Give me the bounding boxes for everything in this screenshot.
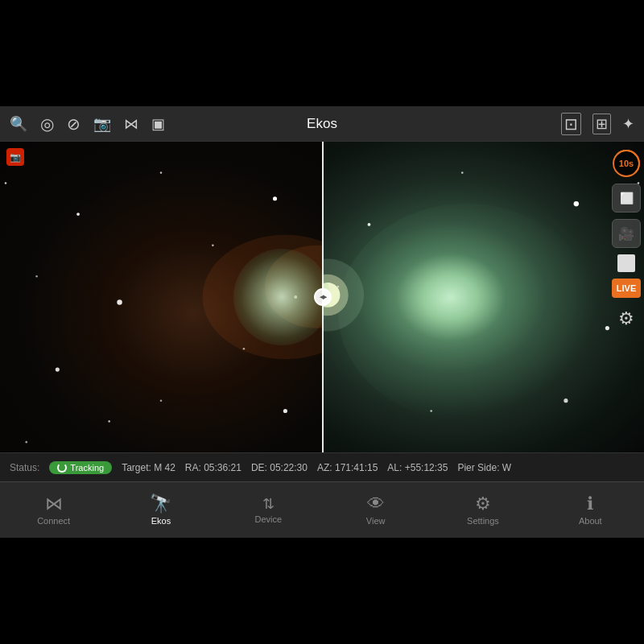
connect-icon: ⋈ — [45, 495, 63, 513]
toolbar-right: ⊡ ⊞ ✦ — [561, 113, 634, 135]
svg-point-16 — [25, 441, 27, 444]
svg-point-20 — [368, 223, 371, 226]
svg-point-2 — [160, 171, 163, 174]
live-button[interactable]: LIVE — [612, 279, 641, 298]
image-view-icon[interactable]: ⊞ — [592, 114, 611, 134]
device-label: Device — [255, 514, 283, 524]
svg-point-5 — [35, 275, 38, 278]
az-value: AZ: 171:41:15 — [317, 462, 378, 473]
paint-icon[interactable]: ✦ — [622, 115, 634, 133]
about-label: About — [579, 516, 602, 526]
bottom-navigation: ⋈ Connect 🔭 Ekos ⇅ Device 👁 View ⚙ Setti… — [0, 481, 644, 538]
svg-point-11 — [243, 348, 246, 350]
svg-point-3 — [273, 196, 277, 200]
connect-label: Connect — [37, 516, 70, 526]
about-icon: ℹ — [587, 495, 593, 513]
settings-gear-button[interactable]: ⚙ — [612, 304, 641, 333]
nav-settings[interactable]: ⚙ Settings — [429, 482, 536, 538]
app-title: Ekos — [307, 116, 337, 132]
timer-button[interactable]: 10s — [613, 150, 640, 177]
search-icon[interactable]: 🔍 — [10, 115, 27, 133]
app-container: 🔍 ◎ ⊘ 📷 ⋈ ▣ Ekos ⊡ ⊞ ✦ — [0, 106, 644, 538]
svg-point-24 — [337, 286, 340, 288]
view-label: View — [366, 516, 386, 526]
svg-point-22 — [574, 201, 579, 206]
svg-point-7 — [212, 244, 214, 246]
ra-value: RA: 05:36:21 — [185, 462, 242, 473]
de-value: DE: 05:22:30 — [251, 462, 308, 473]
mount-icon[interactable]: ⋈ — [124, 115, 138, 133]
view-icon: 👁 — [367, 495, 385, 513]
divider-handle[interactable] — [314, 288, 332, 306]
settings-label: Settings — [467, 516, 499, 526]
target-icon[interactable]: ◎ — [40, 114, 54, 134]
target-value: Target: M 42 — [122, 462, 175, 473]
nav-connect[interactable]: ⋈ Connect — [0, 482, 107, 538]
settings-icon: ⚙ — [475, 495, 491, 513]
toolbar-left: 🔍 ◎ ⊘ 📷 ⋈ ▣ — [10, 114, 561, 134]
right-controls-panel: 10s ⬜ 🎥 LIVE ⚙ — [612, 150, 641, 333]
ekos-icon: 🔭 — [150, 495, 171, 513]
svg-point-6 — [117, 299, 122, 304]
compass-icon[interactable]: ⊘ — [67, 114, 80, 134]
camera-icon[interactable]: 📷 — [93, 115, 111, 133]
video-button[interactable]: 🎥 — [612, 219, 641, 248]
svg-point-21 — [461, 171, 464, 174]
svg-point-0 — [5, 182, 7, 184]
status-label: Status: — [10, 462, 39, 473]
nav-device[interactable]: ⇅ Device — [215, 482, 322, 538]
ekos-label: Ekos — [151, 516, 171, 526]
video-icon: 🎥 — [618, 226, 634, 242]
svg-point-25 — [605, 326, 609, 330]
status-bar: Status: Tracking Target: M 42 RA: 05:36:… — [0, 452, 644, 481]
nav-about[interactable]: ℹ About — [537, 482, 644, 538]
svg-point-1 — [76, 213, 80, 216]
svg-point-13 — [160, 399, 163, 402]
aspect-ratio-icon: ⬜ — [620, 192, 634, 204]
svg-point-29 — [564, 398, 568, 402]
svg-point-15 — [283, 409, 287, 413]
main-image-area: 10s ⬜ 🎥 LIVE ⚙ — [0, 142, 644, 452]
frame-select-icon[interactable]: ⊡ — [561, 113, 581, 135]
live-label: LIVE — [617, 283, 636, 293]
nav-view[interactable]: 👁 View — [322, 482, 429, 538]
nav-ekos[interactable]: 🔭 Ekos — [107, 482, 214, 538]
tracking-label: Tracking — [70, 463, 104, 473]
svg-point-14 — [108, 420, 110, 423]
aspect-ratio-button[interactable]: ⬜ — [612, 184, 641, 213]
stop-button[interactable] — [617, 254, 635, 272]
device-icon: ⇅ — [262, 497, 275, 511]
pier-value: Pier Side: W — [457, 462, 511, 473]
svg-point-10 — [56, 367, 60, 371]
toolbar: 🔍 ◎ ⊘ 📷 ⋈ ▣ Ekos ⊡ ⊞ ✦ — [0, 106, 644, 142]
observatory-icon[interactable]: ▣ — [151, 115, 165, 133]
recording-icon[interactable] — [6, 148, 24, 166]
tracking-badge: Tracking — [49, 461, 112, 474]
al-value: AL: +55:12:35 — [387, 462, 448, 473]
gear-icon: ⚙ — [618, 308, 634, 329]
right-image-panel — [322, 142, 644, 452]
